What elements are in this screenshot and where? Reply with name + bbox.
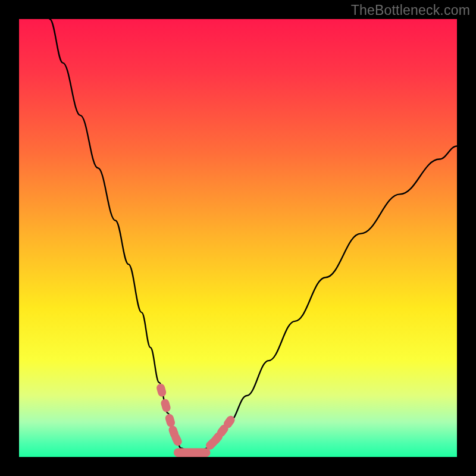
bottleneck-chart bbox=[19, 19, 457, 457]
gradient-background bbox=[19, 19, 457, 457]
marker-capsule bbox=[174, 448, 211, 457]
chart-frame: TheBottleneck.com bbox=[0, 0, 476, 476]
watermark-text: TheBottleneck.com bbox=[351, 2, 470, 18]
